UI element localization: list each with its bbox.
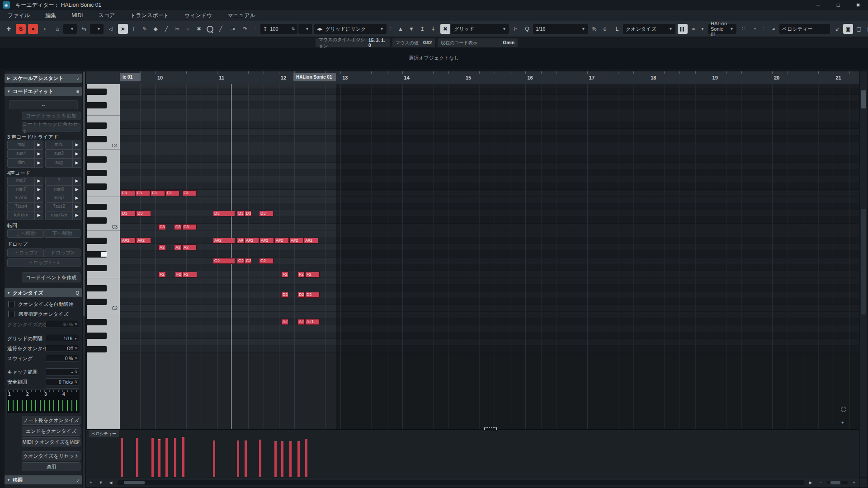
zoom-slider-thumb[interactable] [830,481,840,484]
chord-button-7sus2[interactable]: 7sus2▶ [45,202,81,211]
black-key[interactable] [87,319,107,325]
chord-play-arrow-icon[interactable]: ▶ [34,203,43,211]
quantize-field-box[interactable]: Off⇅ [46,345,79,352]
link-grid-dropdown[interactable]: ◀▶ グリッドにリンク ▼ [314,24,387,34]
insert-velocity-dropdown[interactable]: ▼ [298,24,312,34]
midi-note[interactable]: F2 [305,272,320,277]
event-color-mode-dropdown[interactable]: ベロシティー [779,24,830,34]
midi-note[interactable]: D2 [281,292,288,298]
quantize-presets-dropdown[interactable]: 1/16▼ [533,24,588,34]
midi-note[interactable]: A#2 [259,238,274,244]
part-tab-right[interactable]: HALion Sonic 01 [293,73,336,81]
infoline-field[interactable]: マウスの値G#2 [392,38,435,47]
velocity-lane-label[interactable]: ベロシティー [89,430,119,437]
velocity-bar[interactable] [136,438,138,477]
note-grid[interactable]: F3F3F3F3F3D3D3D3D3D3D3C3C3C3A#2A#2A#2A#A… [120,84,859,429]
move-down-octave-button[interactable]: ↧ [428,24,438,34]
chord-button-sus4[interactable]: sus4▶ [7,150,43,159]
chord-button-7[interactable]: 7▶ [45,177,81,186]
quantize-checkbox[interactable] [8,311,14,317]
chord-play-arrow-icon[interactable]: ▶ [72,211,81,220]
dropdown-arrow-icon[interactable]: ▼ [74,337,77,340]
velocity-bar[interactable] [121,438,123,477]
lane-add-icon[interactable]: + [841,420,844,425]
loop-feedback-button[interactable]: ↷ [240,24,250,34]
open-in-lower-zone-button[interactable]: ↙ [832,24,842,34]
midi-note[interactable]: C3 [182,224,197,230]
chord-play-arrow-icon[interactable]: ▶ [72,203,81,211]
split-tool[interactable]: ✂ [172,24,182,34]
scroll-left-button[interactable]: ◀ [106,479,116,487]
midi-note[interactable]: G2 [237,258,244,264]
midi-note[interactable]: A# [281,319,288,325]
chord-button-minj7[interactable]: minj7▶ [45,194,81,203]
right-zone-toggle[interactable]: ▢ [854,24,864,34]
midi-note[interactable]: A# [237,238,244,244]
chord-play-arrow-icon[interactable]: ▶ [72,150,81,158]
zoom-out-button[interactable]: − [816,479,826,487]
chord-button-min6[interactable]: min6▶ [45,185,81,194]
velocity-bar[interactable] [245,441,247,477]
spinner-icon[interactable]: ⇅ [75,380,77,384]
move-down-button[interactable]: ▼ [406,24,416,34]
midi-note[interactable]: D3 [136,211,151,216]
menu-item-ウィンドウ[interactable]: ウィンドウ [177,12,220,19]
snap-type-dropdown[interactable]: グリッド▼ [451,24,509,34]
midi-note[interactable]: D2 [297,292,305,298]
maximize-button[interactable]: □ [828,0,848,10]
quantize-field-box[interactable]: 1/16▼ [46,335,79,342]
spinner-icon[interactable]: ⇅ [75,323,77,326]
midi-note[interactable]: D3 [213,211,235,216]
part-selector-dropdown[interactable]: HALion Sonic 01▼ [708,24,736,34]
glue-tool[interactable]: ⌐ [183,24,193,34]
velocity-bar[interactable] [281,441,283,477]
midi-note[interactable]: F3 [151,190,165,196]
black-key[interactable] [87,299,107,305]
chord-play-arrow-icon[interactable]: ▶ [72,141,81,149]
record-in-editor-button[interactable]: ● [28,24,38,34]
chord-play-arrow-icon[interactable]: ▶ [72,194,81,202]
zoom-tool[interactable] [205,24,215,34]
midi-note[interactable]: A#2 [121,238,136,244]
grid-io-button[interactable]: -|+ [510,24,520,34]
velocity-bar[interactable] [174,438,176,477]
velocity-bar[interactable] [297,441,300,477]
black-key[interactable] [87,136,107,142]
chord-play-arrow-icon[interactable]: ▶ [34,177,43,185]
left-zone-toggle[interactable]: ▣ [843,24,853,34]
midi-note[interactable]: A#2 [289,238,304,244]
quantize-checkbox[interactable] [8,301,14,307]
chord-button-min7[interactable]: min7▶ [7,185,43,194]
velocity-bar[interactable] [289,441,292,477]
inspector-scrollbar-thumb[interactable] [83,72,85,316]
chord-play-arrow-icon[interactable]: ▶ [34,186,43,194]
chord-button-maj7[interactable]: maj7▶ [7,177,43,186]
part-tab-left[interactable]: ic 01 [120,73,141,81]
velocity-bar[interactable] [259,440,261,477]
menu-item-編集[interactable]: 編集 [38,12,64,19]
drop-button[interactable]: ドロップ3 [44,249,80,257]
chord-button-aug[interactable]: aug▶ [45,159,81,168]
lane-preset-circle-icon[interactable] [841,407,846,412]
quantize-field-box[interactable]: 0 Ticks⇅ [46,378,79,385]
midi-note[interactable]: F3 [165,190,179,196]
midi-note[interactable]: A#2 [213,238,235,244]
chord-play-arrow-icon[interactable]: ▶ [34,211,43,220]
track-loop-icon[interactable]: ◔ [750,24,760,34]
event-colors-icon[interactable]: ⇆ [79,24,89,34]
black-key[interactable] [87,285,107,291]
quantize-action-button[interactable]: ノート長をクオンタイズ [22,416,80,425]
velocity-bar[interactable] [158,439,160,477]
midi-note[interactable]: F2 [297,272,305,277]
chord-play-arrow-icon[interactable]: ▶ [34,159,43,167]
midi-note[interactable]: A#2 [245,238,259,244]
quantize-panel-button[interactable]: e [600,24,610,34]
chord-button-dim[interactable]: dim▶ [7,159,43,168]
chord-button-min.[interactable]: min.▶ [45,141,81,150]
midi-note[interactable]: A#2 [304,238,318,244]
midi-note[interactable]: D3 [121,211,136,216]
quantize-bottom-button[interactable]: クオンタイズをリセット [22,451,80,460]
add-controller-lane-button[interactable]: + [86,479,96,487]
iterative-quantize-button[interactable]: % [589,24,599,34]
lane-select-dropdown[interactable]: ▼ [96,479,106,487]
